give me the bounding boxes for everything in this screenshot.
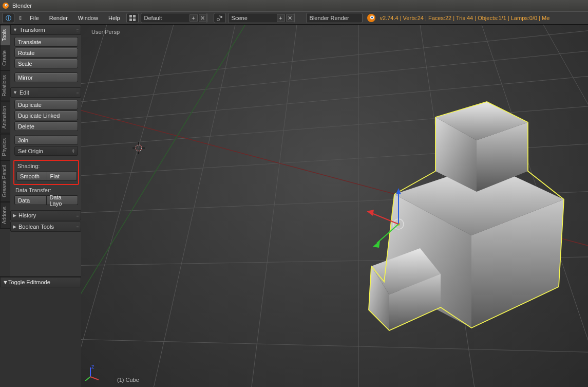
svg-rect-5 [129, 19, 132, 21]
grip-icon[interactable]: :::: [76, 213, 79, 218]
panel-head-boolean[interactable]: ▶ Boolean Tools :::: [10, 222, 81, 232]
shade-smooth-button[interactable]: Smooth [16, 171, 47, 181]
menu-render[interactable]: Render [45, 15, 72, 21]
shade-flat-button[interactable]: Flat [47, 171, 78, 181]
window-titlebar: Blender [0, 0, 588, 11]
svg-line-22 [143, 25, 235, 387]
svg-rect-6 [133, 19, 136, 21]
panel-title-history: History [18, 212, 36, 218]
translate-button[interactable]: Translate [14, 37, 78, 47]
operator-title: Toggle Editmode [8, 279, 50, 285]
duplicate-linked-button[interactable]: Duplicate Linked [14, 110, 78, 120]
data-transfer-layout-button[interactable]: Data Layo [47, 195, 79, 205]
panel-edit: ▼ Edit :::: Duplicate Duplicate Linked D… [10, 87, 81, 209]
panel-title-edit: Edit [20, 89, 29, 96]
3d-cursor-icon [132, 142, 145, 154]
svg-text:z: z [91, 365, 94, 370]
tri-down-icon: ▼ [13, 27, 17, 32]
svg-marker-48 [396, 188, 401, 194]
panel-title-boolean: Boolean Tools [18, 224, 54, 230]
svg-marker-52 [373, 241, 380, 248]
scene-delete-button[interactable]: ✕ [286, 14, 294, 22]
vtab-tools[interactable]: Tools [0, 25, 10, 46]
svg-marker-50 [367, 210, 374, 216]
3d-viewport[interactable]: User Persp (1) Cube [81, 25, 588, 387]
shading-section-highlight: Shading: Smooth Flat [13, 160, 79, 185]
panel-transform: ▼ Transform :::: Translate Rotate Scale … [10, 25, 81, 86]
vtab-grease-pencil[interactable]: Grease Pencil [0, 160, 10, 202]
scene-statistics: v2.74.4 | Verts:24 | Faces:22 | Tris:44 … [380, 15, 550, 21]
svg-point-11 [371, 16, 373, 19]
scene-browse-icon[interactable] [214, 13, 226, 23]
blender-logo-icon [367, 13, 376, 23]
tri-down-icon: ▼ [3, 279, 8, 285]
panel-title-transform: Transform [20, 27, 45, 33]
tri-right-icon: ▶ [13, 224, 16, 229]
scene-dropdown[interactable]: Scene + ✕ [228, 13, 295, 23]
scene-name: Scene [232, 15, 248, 21]
panel-history: ▶ History :::: [10, 210, 81, 220]
svg-line-55 [90, 377, 99, 380]
menu-help[interactable]: Help [104, 15, 124, 21]
screen-layout-delete-button[interactable]: ✕ [199, 14, 207, 22]
svg-line-49 [371, 213, 399, 224]
svg-point-8 [220, 16, 222, 18]
panel-boolean-tools: ▶ Boolean Tools :::: [10, 222, 81, 232]
set-origin-dropdown[interactable]: Set Origin [14, 146, 78, 156]
menu-window[interactable]: Window [74, 15, 102, 21]
delete-button[interactable]: Delete [14, 121, 78, 131]
vtab-addons[interactable]: Addons [0, 202, 10, 229]
panel-head-transform[interactable]: ▼ Transform :::: [10, 25, 81, 35]
screen-layout-browse-icon[interactable] [126, 13, 139, 23]
editor-type-arrow-icon[interactable]: ⇕ [16, 15, 24, 22]
info-header: ⓘ ⇕ File Render Window Help Default + ✕ … [0, 11, 588, 25]
svg-point-7 [217, 19, 219, 21]
axis-indicator-icon: z [85, 365, 101, 381]
transform-gizmo[interactable] [367, 184, 439, 256]
panel-head-edit[interactable]: ▼ Edit :::: [10, 87, 81, 98]
svg-line-51 [377, 224, 399, 243]
scene-add-button[interactable]: + [277, 14, 285, 22]
vtab-animation[interactable]: Animation [0, 101, 10, 133]
grip-icon[interactable]: :::: [76, 28, 79, 32]
render-engine-dropdown[interactable]: Blender Render [306, 13, 363, 23]
vtab-relations[interactable]: Relations [0, 70, 10, 101]
screen-layout-name: Default [144, 15, 162, 21]
svg-point-2 [6, 4, 7, 5]
vtab-physics[interactable]: Physics [0, 134, 10, 160]
svg-line-21 [81, 25, 174, 387]
main-area: Tools Create Relations Animation Physics… [0, 25, 588, 387]
grip-icon[interactable]: :::: [76, 90, 79, 95]
join-button[interactable]: Join [14, 135, 78, 145]
shading-label: Shading: [16, 162, 77, 171]
rotate-button[interactable]: Rotate [14, 48, 78, 58]
window-title: Blender [12, 3, 32, 9]
render-engine-value: Blender Render [310, 15, 349, 21]
svg-rect-4 [133, 15, 136, 17]
panel-head-history[interactable]: ▶ History :::: [10, 210, 81, 220]
svg-rect-3 [129, 15, 132, 17]
vtab-create[interactable]: Create [0, 46, 10, 70]
screen-layout-dropdown[interactable]: Default + ✕ [141, 13, 207, 23]
operator-panel: ▼ Toggle Editmode [0, 277, 81, 387]
svg-line-56 [85, 377, 90, 381]
info-editor-icon[interactable]: ⓘ [2, 13, 14, 23]
screen-layout-add-button[interactable]: + [189, 14, 198, 22]
blender-logo-icon [2, 2, 9, 9]
duplicate-button[interactable]: Duplicate [14, 100, 78, 109]
tri-down-icon: ▼ [13, 90, 17, 95]
menu-file[interactable]: File [26, 15, 43, 21]
grip-icon[interactable]: :::: [76, 225, 79, 229]
operator-panel-head[interactable]: ▼ Toggle Editmode [0, 277, 81, 287]
tri-right-icon: ▶ [13, 213, 16, 218]
scale-button[interactable]: Scale [14, 59, 78, 68]
svg-line-29 [81, 25, 261, 387]
data-transfer-data-button[interactable]: Data [14, 195, 47, 205]
mirror-button[interactable]: Mirror [14, 72, 78, 82]
